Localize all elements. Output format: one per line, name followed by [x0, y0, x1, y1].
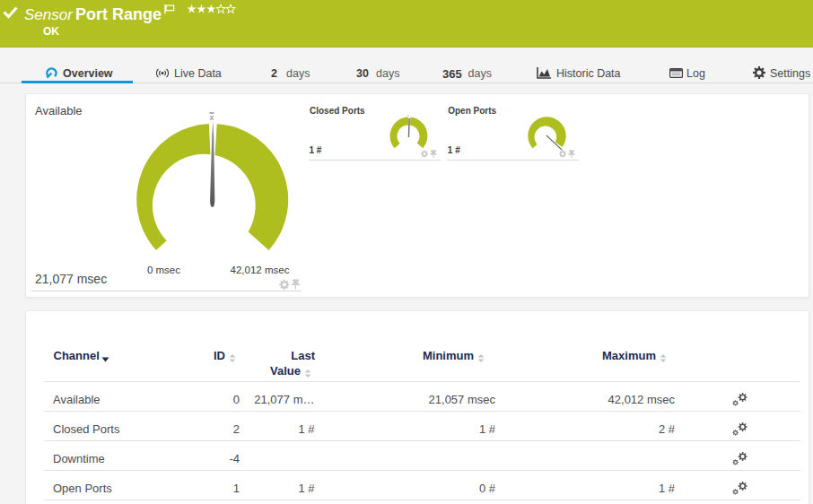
svg-text:x: x	[210, 112, 214, 122]
